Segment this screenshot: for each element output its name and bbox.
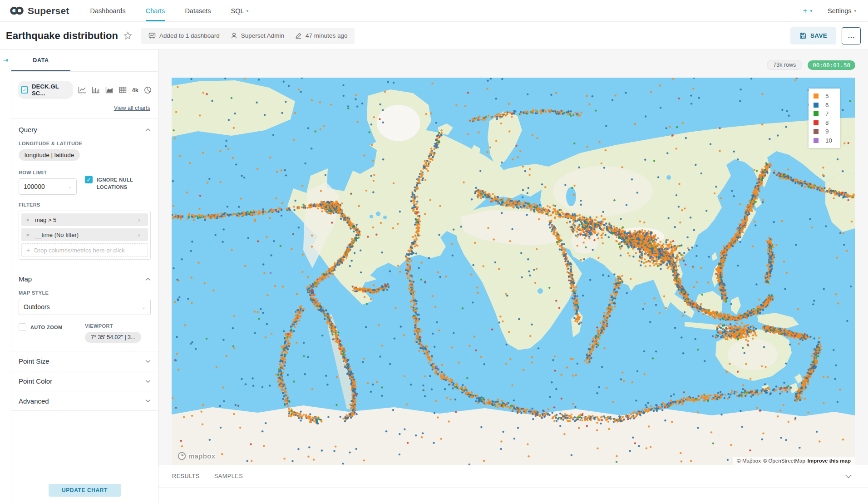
settings-menu[interactable]: Settings▾ [828,7,856,15]
area-chart-icon[interactable] [105,86,113,94]
chevron-down-icon [145,380,151,383]
legend-label: 9 [825,128,833,135]
dashboards-count[interactable]: Added to 1 dashboard [148,32,220,39]
legend-swatch [814,138,819,143]
osm-attribution-link[interactable]: © OpenStreetMap [763,458,805,464]
row-count-badge: 73k rows [767,60,802,70]
data-panel: DATA ✓ DECK.GL SC... 4k [11,50,158,503]
superset-logo-icon [10,6,24,15]
map-section-header[interactable]: Map [19,275,151,283]
legend-label: 5 [825,93,833,99]
lonlat-value-pill[interactable]: longitude | latitude [19,149,80,161]
filters-box: × mag > 5 › × __time (No filter) › + Dro… [19,211,151,260]
legend-swatch [814,94,819,99]
legend-item: 9 [814,128,833,135]
mapbox-attribution-link[interactable]: © Mapbox [737,458,761,464]
legend-swatch [814,111,819,116]
remove-filter-icon[interactable]: × [21,232,34,238]
more-actions-button[interactable]: … [842,27,861,44]
chart-meta: Added to 1 dashboard Superset Admin 47 m… [141,28,355,44]
legend-swatch [814,120,819,125]
panel-collapse-rail: ⇥ [0,50,11,503]
save-button[interactable]: SAVE [790,27,836,44]
query-section-header[interactable]: Query [19,126,151,133]
auto-zoom-checkbox[interactable] [19,323,26,331]
brand-name: Superset [28,5,69,16]
section-point-color[interactable]: Point Color [11,371,158,391]
map-attribution: © Mapbox © OpenStreetMap Improve this ma… [733,457,855,465]
deckgl-map[interactable]: 5678910 mapbox © Mapbox © OpenStreetMap … [172,78,855,465]
lonlat-label: LONGITUDE & LATITUDE [19,141,151,146]
tab-results[interactable]: RESULTS [172,473,200,479]
drop-columns-area[interactable]: + Drop columns/metrics here or click [21,243,148,257]
query-timer-badge: 00:00:01.50 [808,60,855,70]
superset-brand[interactable]: Superset [10,0,69,21]
view-all-charts-link[interactable]: View all charts [114,105,150,111]
continent-antarctica [172,405,855,465]
filter-mag[interactable]: × mag > 5 › [21,213,148,226]
bar-chart-icon[interactable] [92,86,100,94]
pie-chart-icon[interactable] [144,86,152,94]
ignore-null-label: IGNORE NULL LOCATIONS [97,176,147,191]
mapbox-logo[interactable]: mapbox [177,451,215,461]
row-limit-label: ROW LIMIT [19,170,77,175]
top-navbar: Superset Dashboards Charts Datasets SQL▾… [0,0,868,22]
nav-dashboards[interactable]: Dashboards [90,0,125,21]
chart-area: 73k rows 00:00:01.50 [158,50,868,503]
new-item-menu[interactable]: +▾ [803,6,812,15]
save-disk-icon [799,32,806,39]
last-modified: 47 minutes ago [295,32,347,39]
main-nav: Dashboards Charts Datasets SQL▾ [90,0,248,21]
pencil-icon [295,32,302,39]
tab-data[interactable]: DATA [11,50,70,71]
table-icon[interactable] [119,86,127,94]
legend-item: 7 [814,110,833,117]
legend-swatch [814,129,819,134]
dataset-name: DECK.GL SC... [32,83,68,97]
results-strip: RESULTS SAMPLES [158,465,868,503]
chevron-up-icon [145,277,151,281]
nav-sql[interactable]: SQL▾ [231,0,249,21]
plus-icon: + [26,247,30,254]
favorite-star-icon[interactable] [123,31,132,40]
chevron-right-icon: › [138,231,148,238]
line-chart-icon[interactable] [78,86,86,94]
filter-time[interactable]: × __time (No filter) › [21,228,148,241]
row-limit-select[interactable]: 100000⌄ [19,178,77,195]
viewport-value-pill[interactable]: 7° 35' 54.02" | 3... [85,332,141,343]
chevron-up-icon [145,128,151,132]
page-title: Earthquake distribution [6,30,118,42]
viz-type-shortcuts: 4k [78,86,152,94]
chart-header: Earthquake distribution Added to 1 dashb… [0,22,868,50]
legend-item: 10 [814,137,833,144]
chevron-down-icon [145,399,151,403]
legend-label: 8 [825,119,833,126]
remove-filter-icon[interactable]: × [21,217,34,223]
viewport-label: VIEWPORT [85,323,151,329]
chevron-down-icon [145,360,151,363]
collapse-panel-icon[interactable]: ⇥ [3,57,8,64]
map-legend: 5678910 [809,89,840,148]
improve-map-link[interactable]: Improve this map [808,458,851,464]
dataset-selector[interactable]: ✓ DECK.GL SC... [18,81,73,99]
map-style-select[interactable]: Outdoors⌄ [19,299,151,315]
section-point-size[interactable]: Point Size [11,351,158,371]
legend-label: 7 [825,110,833,117]
legend-item: 5 [814,93,833,99]
dataset-checkbox[interactable]: ✓ [21,86,28,94]
ignore-null-checkbox[interactable]: ✓ [85,176,93,183]
collapse-results-icon[interactable] [845,474,852,478]
caret-down-icon: ▾ [810,9,813,13]
update-chart-button[interactable]: UPDATE CHART [49,484,121,497]
legend-label: 6 [825,102,833,108]
nav-datasets[interactable]: Datasets [185,0,211,21]
chevron-down-icon: ⌄ [68,184,72,190]
map-section: Map MAP STYLE Outdoors⌄ AUTO ZOOM VIEWPO… [11,268,158,351]
section-advanced[interactable]: Advanced [11,391,158,411]
user-icon [231,32,237,39]
chevron-down-icon: ⌄ [142,304,146,310]
nav-charts[interactable]: Charts [146,0,165,21]
more-viz-count[interactable]: 4k [132,87,138,94]
tab-samples[interactable]: SAMPLES [214,473,243,479]
world-map [172,78,855,465]
